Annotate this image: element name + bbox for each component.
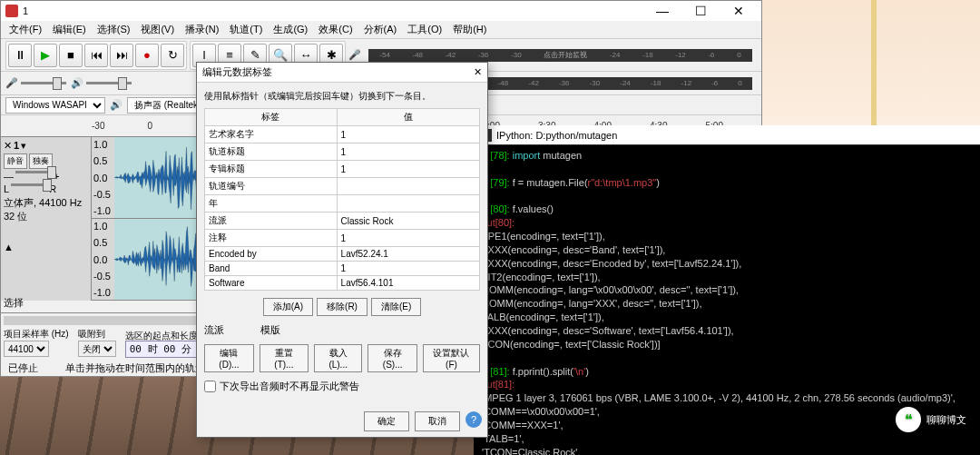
maximize-button[interactable]: ☐ <box>682 2 719 20</box>
track-format-label: 立体声, 44100 Hz <box>4 196 88 210</box>
playback-meter[interactable]: -54-48-42-36-30-24-18-12-60 <box>457 77 752 90</box>
recording-meter[interactable]: -54-48-42-36-30 点击开始监视 -24-18-12-60 <box>368 49 752 62</box>
snap-label: 吸附到 <box>78 329 105 339</box>
table-row[interactable]: SoftwareLavf56.4.101 <box>205 276 480 291</box>
tag-name-cell[interactable]: 年 <box>205 195 338 213</box>
tag-name-cell[interactable]: 流派 <box>205 213 338 230</box>
close-icon[interactable]: ✕ <box>474 66 482 78</box>
minimize-button[interactable]: — <box>644 2 681 20</box>
tag-value-cell[interactable]: 1 <box>337 161 479 178</box>
pan-slider[interactable] <box>11 183 47 186</box>
app-icon <box>5 5 18 17</box>
menu-item[interactable]: 视图(V) <box>135 21 180 38</box>
menu-item[interactable]: 轨道(T) <box>224 21 268 38</box>
menu-item[interactable]: 分析(A) <box>358 21 403 38</box>
menu-item[interactable]: 效果(C) <box>313 21 358 38</box>
tag-value-cell[interactable] <box>337 178 479 195</box>
help-button[interactable]: ? <box>466 411 482 428</box>
table-row[interactable]: 轨道编号 <box>205 178 480 195</box>
tag-value-cell[interactable]: Lavf56.4.101 <box>337 276 479 291</box>
selection-label: 选区的起点和长度: <box>125 331 201 341</box>
tag-name-cell[interactable]: 注释 <box>205 230 338 247</box>
dialog-title-text: 编辑元数据标签 <box>202 65 474 79</box>
close-button[interactable]: ✕ <box>720 2 757 20</box>
dialog-button[interactable]: 设置默认(F) <box>423 344 480 372</box>
menu-item[interactable]: 播录(N) <box>180 21 224 38</box>
input-volume-slider[interactable] <box>21 82 66 84</box>
dialog-button[interactable]: 移除(R) <box>317 298 368 316</box>
tag-name-cell[interactable]: Band <box>205 262 338 276</box>
table-row[interactable]: 流派Classic Rock <box>205 213 480 230</box>
tag-value-cell[interactable]: 1 <box>337 143 479 161</box>
tag-value-cell[interactable]: Lavf52.24.1 <box>337 247 479 262</box>
dialog-button[interactable]: 保存(S)... <box>368 344 416 372</box>
timeline-tick: -30 <box>92 121 148 131</box>
tag-name-cell[interactable]: 艺术家名字 <box>205 126 338 143</box>
tag-value-cell[interactable]: 1 <box>337 126 479 143</box>
gain-slider[interactable] <box>15 171 52 173</box>
menu-item[interactable]: 生成(G) <box>268 21 313 38</box>
track-depth-label: 32 位 <box>4 210 88 223</box>
table-row[interactable]: 专辑标题1 <box>205 161 480 178</box>
chevron-down-icon[interactable]: ▾ <box>21 140 26 152</box>
ipython-terminal: IPython: D:python/mutagen In [78]: impor… <box>474 125 980 455</box>
tag-value-cell[interactable]: 1 <box>337 262 479 276</box>
dialog-titlebar: 编辑元数据标签 ✕ <box>197 63 487 83</box>
skip-start-button[interactable]: ⏮ <box>84 44 108 67</box>
menu-item[interactable]: 帮助(H) <box>447 21 492 38</box>
dialog-button[interactable]: 编辑(D)... <box>204 344 254 372</box>
status-text: 已停止 <box>8 361 38 375</box>
menu-item[interactable]: 文件(F) <box>4 21 47 38</box>
dialog-button[interactable]: 载入(L)... <box>314 344 363 372</box>
table-row[interactable]: Encoded byLavf52.24.1 <box>205 247 480 262</box>
titlebar: 1 — ☐ ✕ <box>1 1 761 21</box>
sample-rate-select[interactable]: 44100 <box>4 341 49 357</box>
wechat-icon: ❝ <box>896 407 921 432</box>
dont-show-checkbox[interactable] <box>204 381 216 392</box>
dialog-hint: 使用鼠标指针（或编辑完后按回车键）切换到下一条目。 <box>204 90 480 103</box>
tag-name-cell[interactable]: 轨道编号 <box>205 178 338 195</box>
output-volume-slider[interactable] <box>86 82 132 84</box>
mute-button[interactable]: 静音 <box>4 153 27 169</box>
record-button[interactable]: ● <box>135 44 159 67</box>
metadata-table: 标签值 艺术家名字1轨道标题1专辑标题1轨道编号年流派Classic Rock注… <box>204 108 480 291</box>
column-header-tag: 标签 <box>205 109 338 126</box>
pause-button[interactable]: ⏸ <box>8 44 32 67</box>
tag-name-cell[interactable]: Encoded by <box>205 247 338 262</box>
tag-name-cell[interactable]: 轨道标题 <box>205 143 338 161</box>
table-row[interactable]: Band1 <box>205 262 480 276</box>
menu-item[interactable]: 选择(S) <box>92 21 136 38</box>
template-section-label: 模版 <box>260 323 280 337</box>
track-name: 1 <box>14 140 19 152</box>
menubar: 文件(F)编辑(E)选择(S)视图(V)播录(N)轨道(T)生成(G)效果(C)… <box>1 21 761 39</box>
checkbox-label: 下次导出音频时不再显示此警告 <box>220 380 359 393</box>
table-row[interactable]: 年 <box>205 195 480 213</box>
stop-button[interactable]: ■ <box>59 44 83 67</box>
tag-name-cell[interactable]: 专辑标题 <box>205 161 338 178</box>
track-control-panel[interactable]: ✕ 1 ▾ 静音独奏 —+ LR 立体声, 44100 Hz 32 位 ▲选择 <box>1 137 92 301</box>
skip-end-button[interactable]: ⏭ <box>110 44 133 67</box>
menu-item[interactable]: 编辑(E) <box>47 21 92 38</box>
cancel-button[interactable]: 取消 <box>415 411 460 431</box>
tag-value-cell[interactable] <box>337 195 479 213</box>
table-row[interactable]: 轨道标题1 <box>205 143 480 161</box>
ok-button[interactable]: 确定 <box>364 411 409 431</box>
play-button[interactable]: ▶ <box>34 44 57 67</box>
tag-name-cell[interactable]: Software <box>205 276 338 291</box>
dialog-button[interactable]: 清除(E) <box>371 298 421 316</box>
timeline-tick: 0 <box>148 121 204 131</box>
table-row[interactable]: 艺术家名字1 <box>205 126 480 143</box>
dialog-button[interactable]: 重置(T)... <box>260 344 309 372</box>
close-track-icon[interactable]: ✕ <box>4 140 12 152</box>
watermark: ❝ 聊聊博文 <box>896 407 966 432</box>
snap-select[interactable]: 关闭 <box>78 341 116 357</box>
audio-host-select[interactable]: Windows WASAPI <box>5 97 105 114</box>
loop-button[interactable]: ↻ <box>161 44 184 67</box>
mic-icon: 🎤 <box>5 77 18 89</box>
tag-value-cell[interactable]: Classic Rock <box>337 213 479 230</box>
mic-icon: 🎤 <box>348 49 361 61</box>
menu-item[interactable]: 工具(O) <box>402 21 447 38</box>
dialog-button[interactable]: 添加(A) <box>263 298 313 316</box>
tag-value-cell[interactable]: 1 <box>337 230 479 247</box>
table-row[interactable]: 注释1 <box>205 230 480 247</box>
